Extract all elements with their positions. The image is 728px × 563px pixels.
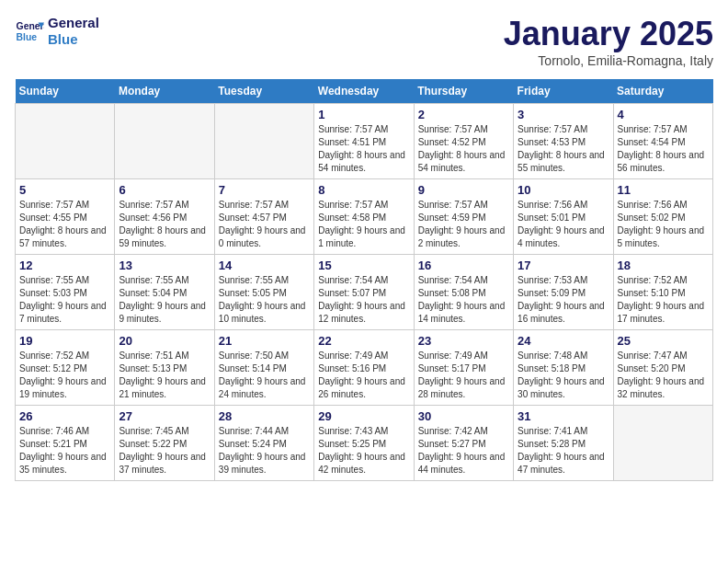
day-number: 11 — [618, 183, 709, 197]
day-number: 18 — [618, 259, 709, 272]
calendar-header-row: SundayMondayTuesdayWednesdayThursdayFrid… — [16, 79, 713, 104]
day-number: 20 — [119, 334, 210, 348]
day-number: 24 — [518, 334, 609, 348]
day-number: 19 — [19, 334, 110, 348]
column-header-wednesday: Wednesday — [314, 79, 414, 104]
day-info: Sunrise: 7:56 AMSunset: 5:02 PMDaylight:… — [618, 199, 709, 250]
day-info: Sunrise: 7:53 AMSunset: 5:09 PMDaylight:… — [518, 274, 609, 326]
calendar-cell: 2Sunrise: 7:57 AMSunset: 4:52 PMDaylight… — [414, 104, 513, 179]
day-number: 13 — [119, 259, 210, 272]
day-info: Sunrise: 7:50 AMSunset: 5:14 PMDaylight:… — [219, 350, 310, 401]
calendar-cell: 7Sunrise: 7:57 AMSunset: 4:57 PMDaylight… — [214, 179, 313, 255]
calendar-cell — [214, 104, 313, 179]
day-info: Sunrise: 7:51 AMSunset: 5:13 PMDaylight:… — [119, 350, 210, 401]
day-info: Sunrise: 7:57 AMSunset: 4:55 PMDaylight:… — [19, 199, 110, 250]
location-subtitle: Tornolo, Emilia-Romagna, Italy — [504, 53, 713, 68]
column-header-friday: Friday — [514, 79, 613, 104]
day-info: Sunrise: 7:48 AMSunset: 5:18 PMDaylight:… — [518, 350, 609, 401]
day-number: 22 — [318, 334, 409, 348]
day-info: Sunrise: 7:54 AMSunset: 5:07 PMDaylight:… — [318, 274, 409, 326]
calendar-cell: 17Sunrise: 7:53 AMSunset: 5:09 PMDayligh… — [514, 255, 613, 330]
day-number: 15 — [318, 259, 409, 272]
day-info: Sunrise: 7:57 AMSunset: 4:57 PMDaylight:… — [219, 199, 310, 250]
title-area: January 2025 Tornolo, Emilia-Romagna, It… — [504, 15, 713, 68]
calendar-week-5: 26Sunrise: 7:46 AMSunset: 5:21 PMDayligh… — [16, 406, 713, 481]
header: General Blue General Blue January 2025 T… — [15, 15, 713, 68]
calendar-cell: 26Sunrise: 7:46 AMSunset: 5:21 PMDayligh… — [16, 406, 115, 481]
calendar-cell: 31Sunrise: 7:41 AMSunset: 5:28 PMDayligh… — [514, 406, 613, 481]
calendar-cell: 11Sunrise: 7:56 AMSunset: 5:02 PMDayligh… — [613, 179, 712, 255]
calendar-cell: 27Sunrise: 7:45 AMSunset: 5:22 PMDayligh… — [115, 406, 214, 481]
calendar-week-3: 12Sunrise: 7:55 AMSunset: 5:03 PMDayligh… — [16, 255, 713, 330]
day-number: 12 — [19, 259, 110, 272]
day-number: 9 — [418, 183, 509, 197]
day-number: 28 — [219, 409, 310, 423]
day-number: 31 — [518, 409, 609, 423]
day-info: Sunrise: 7:44 AMSunset: 5:24 PMDaylight:… — [219, 425, 310, 477]
calendar-cell: 12Sunrise: 7:55 AMSunset: 5:03 PMDayligh… — [16, 255, 115, 330]
day-info: Sunrise: 7:57 AMSunset: 4:56 PMDaylight:… — [119, 199, 210, 250]
calendar-cell: 4Sunrise: 7:57 AMSunset: 4:54 PMDaylight… — [613, 104, 712, 179]
day-number: 5 — [19, 183, 110, 197]
calendar-cell: 16Sunrise: 7:54 AMSunset: 5:08 PMDayligh… — [414, 255, 513, 330]
day-number: 16 — [418, 259, 509, 272]
calendar-cell: 23Sunrise: 7:49 AMSunset: 5:17 PMDayligh… — [414, 330, 513, 406]
day-info: Sunrise: 7:57 AMSunset: 4:52 PMDaylight:… — [418, 123, 509, 175]
calendar-cell: 9Sunrise: 7:57 AMSunset: 4:59 PMDaylight… — [414, 179, 513, 255]
day-info: Sunrise: 7:57 AMSunset: 4:51 PMDaylight:… — [318, 123, 409, 175]
day-info: Sunrise: 7:55 AMSunset: 5:03 PMDaylight:… — [19, 274, 110, 326]
svg-text:Blue: Blue — [17, 32, 38, 42]
day-info: Sunrise: 7:49 AMSunset: 5:17 PMDaylight:… — [418, 350, 509, 401]
calendar-cell: 3Sunrise: 7:57 AMSunset: 4:53 PMDaylight… — [514, 104, 613, 179]
calendar-cell: 28Sunrise: 7:44 AMSunset: 5:24 PMDayligh… — [214, 406, 313, 481]
calendar-week-1: 1Sunrise: 7:57 AMSunset: 4:51 PMDaylight… — [16, 104, 713, 179]
day-number: 4 — [618, 108, 709, 121]
day-info: Sunrise: 7:57 AMSunset: 4:53 PMDaylight:… — [518, 123, 609, 175]
day-number: 29 — [318, 409, 409, 423]
day-info: Sunrise: 7:43 AMSunset: 5:25 PMDaylight:… — [318, 425, 409, 477]
day-info: Sunrise: 7:41 AMSunset: 5:28 PMDaylight:… — [518, 425, 609, 477]
calendar-cell: 30Sunrise: 7:42 AMSunset: 5:27 PMDayligh… — [414, 406, 513, 481]
day-number: 7 — [219, 183, 310, 197]
day-number: 30 — [418, 409, 509, 423]
logo: General Blue General Blue — [15, 15, 99, 48]
column-header-thursday: Thursday — [414, 79, 513, 104]
logo-icon: General Blue — [15, 17, 44, 46]
calendar-cell: 5Sunrise: 7:57 AMSunset: 4:55 PMDaylight… — [16, 179, 115, 255]
day-info: Sunrise: 7:57 AMSunset: 4:58 PMDaylight:… — [318, 199, 409, 250]
day-info: Sunrise: 7:52 AMSunset: 5:10 PMDaylight:… — [618, 274, 709, 326]
calendar-table: SundayMondayTuesdayWednesdayThursdayFrid… — [15, 79, 713, 481]
calendar-cell: 21Sunrise: 7:50 AMSunset: 5:14 PMDayligh… — [214, 330, 313, 406]
month-title: January 2025 — [504, 15, 713, 53]
column-header-sunday: Sunday — [16, 79, 115, 104]
logo-text-line2: Blue — [48, 31, 99, 48]
day-info: Sunrise: 7:46 AMSunset: 5:21 PMDaylight:… — [19, 425, 110, 477]
column-header-saturday: Saturday — [613, 79, 712, 104]
day-number: 3 — [518, 108, 609, 121]
calendar-cell: 13Sunrise: 7:55 AMSunset: 5:04 PMDayligh… — [115, 255, 214, 330]
calendar-cell: 18Sunrise: 7:52 AMSunset: 5:10 PMDayligh… — [613, 255, 712, 330]
calendar-cell: 24Sunrise: 7:48 AMSunset: 5:18 PMDayligh… — [514, 330, 613, 406]
day-number: 1 — [318, 108, 409, 121]
day-number: 27 — [119, 409, 210, 423]
column-header-monday: Monday — [115, 79, 214, 104]
calendar-cell — [16, 104, 115, 179]
day-number: 10 — [518, 183, 609, 197]
logo-text-line1: General — [48, 15, 99, 31]
day-number: 21 — [219, 334, 310, 348]
column-header-tuesday: Tuesday — [214, 79, 313, 104]
calendar-cell: 15Sunrise: 7:54 AMSunset: 5:07 PMDayligh… — [314, 255, 414, 330]
day-info: Sunrise: 7:55 AMSunset: 5:04 PMDaylight:… — [119, 274, 210, 326]
day-info: Sunrise: 7:52 AMSunset: 5:12 PMDaylight:… — [19, 350, 110, 401]
day-info: Sunrise: 7:42 AMSunset: 5:27 PMDaylight:… — [418, 425, 509, 477]
calendar-cell: 10Sunrise: 7:56 AMSunset: 5:01 PMDayligh… — [514, 179, 613, 255]
day-info: Sunrise: 7:49 AMSunset: 5:16 PMDaylight:… — [318, 350, 409, 401]
calendar-cell: 8Sunrise: 7:57 AMSunset: 4:58 PMDaylight… — [314, 179, 414, 255]
day-number: 26 — [19, 409, 110, 423]
calendar-week-2: 5Sunrise: 7:57 AMSunset: 4:55 PMDaylight… — [16, 179, 713, 255]
calendar-cell: 29Sunrise: 7:43 AMSunset: 5:25 PMDayligh… — [314, 406, 414, 481]
day-number: 25 — [618, 334, 709, 348]
day-number: 23 — [418, 334, 509, 348]
calendar-cell: 25Sunrise: 7:47 AMSunset: 5:20 PMDayligh… — [613, 330, 712, 406]
day-info: Sunrise: 7:45 AMSunset: 5:22 PMDaylight:… — [119, 425, 210, 477]
